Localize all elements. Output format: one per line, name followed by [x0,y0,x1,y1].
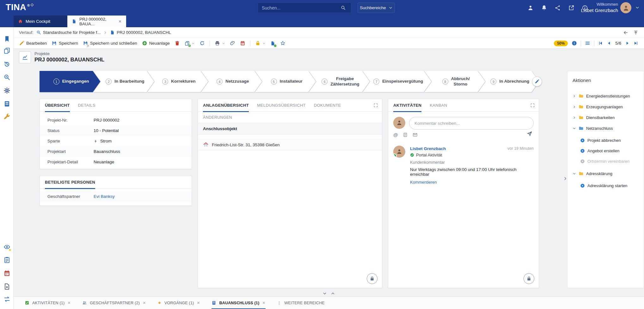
breadcrumb-item-record[interactable]: PRJ 0000002, BAUANSCHL [110,30,171,35]
record-info-button[interactable] [572,41,577,46]
copy-view-button[interactable] [3,47,11,55]
action-group-erzeugungsanlagen[interactable]: Erzeugungsanlagen [573,101,641,112]
user-avatar[interactable] [620,2,631,13]
search-input[interactable] [258,3,351,13]
tab-details[interactable]: DETAILS [78,99,95,112]
watchlist-button[interactable] [3,243,11,251]
bottom-tab-geschaeftspartner[interactable]: GESCHÄFTSPARTNER (2) [82,297,146,309]
panel-lock-badge[interactable] [524,273,534,284]
mention-button[interactable]: @ [393,132,398,137]
navigate-back-button[interactable] [623,30,628,35]
favorite-button[interactable] [280,41,285,46]
bottom-tab-weitere-bereiche[interactable]: WEITERE BEREICHE [277,297,325,309]
action-projekt-abbrechen[interactable]: Projekt abbrechen [580,135,621,146]
scroll-top-button[interactable] [633,30,638,35]
attachments-button[interactable] [230,41,235,46]
tab-uebersicht[interactable]: ÜBERSICHT [45,99,70,112]
bottom-tab-bauanschluss[interactable]: BAUANSCHLUSS (1) [212,297,266,309]
settings-button[interactable] [3,86,11,95]
stage-in-bearbeitung[interactable]: 2In Bearbeitung [93,71,154,92]
tab-anlagenuebersicht[interactable]: ANLAGENÜBERSICHT [203,99,249,112]
share-button[interactable] [555,5,561,11]
bookmarks-button[interactable] [3,35,11,43]
next-record-button[interactable] [625,41,630,46]
email-button[interactable] [413,132,418,137]
close-area-button[interactable] [67,301,71,305]
user-status-button[interactable] [527,5,534,11]
tab-meldungsuebersicht[interactable]: MELDUNGSÜBERSICHT [257,99,306,112]
history-button[interactable] [3,60,11,68]
stage-in-abrechnung[interactable]: 9In Abrechnung [478,71,539,92]
tab-dokumente[interactable]: DOKUMENTE [314,99,341,112]
stage-freigabe-zaehlersetzung[interactable]: 6Freigabe Zählersetzung [309,71,370,92]
last-record-button[interactable] [634,41,638,46]
first-record-button[interactable] [598,41,603,46]
stage-installateur[interactable]: 5Installateur [255,71,316,92]
action-angebot-erstellen[interactable]: Angebot erstellen [580,146,619,156]
search-icon[interactable] [340,5,346,10]
business-partner-link[interactable]: Evi Banksy [94,194,115,199]
send-comment-button[interactable] [527,131,532,136]
close-tab-button[interactable] [118,20,122,23]
close-area-button[interactable] [197,301,200,305]
breadcrumb-item-search[interactable]: Standardsuche für Projekte f... [36,30,101,35]
tools-button[interactable] [3,113,11,121]
action-group-energiedienstleistungen[interactable]: Energiedienstleistungen [573,91,641,101]
bottom-tab-aktivitaeten[interactable]: AKTIVITÄTEN (1) [25,297,71,309]
plant-card-tabs: ANLAGENÜBERSICHT MELDUNGSÜBERSICHT DOKUM… [198,99,382,112]
action-group-adressklaerung[interactable]: Adressklärung [573,168,641,179]
document-settings-button[interactable] [3,282,11,291]
connection-object-row[interactable]: Friedrich-List-Str. 31, 35398 Gießen [198,139,382,150]
bottom-tab-vorgaenge[interactable]: VORGÄNGE (1) [157,297,200,309]
comment-input[interactable] [409,117,534,129]
expand-panel-button[interactable] [373,103,378,108]
progress-badge[interactable]: 50% [554,41,568,46]
notes-button[interactable] [3,256,11,264]
copy-record-button[interactable] [185,41,195,46]
stage-eingegangen[interactable]: 1Eingegangen [40,71,100,92]
tab-aktivitaeten[interactable]: AKTIVITÄTEN [393,99,421,112]
activity-author-link[interactable]: Lisbet Grenzbach [410,146,446,151]
refresh-button[interactable] [199,41,205,46]
lock-record-button[interactable] [255,41,266,46]
save-button[interactable]: Speichern [52,41,78,46]
appointment-button[interactable] [240,41,245,46]
previous-record-button[interactable] [607,41,611,46]
action-group-dienstbarkeiten[interactable]: Dienstbarkeiten [573,112,641,123]
tab-aenderungen[interactable]: ÄNDERUNGEN [203,115,232,120]
stage-netzzusage[interactable]: 4Netzzusage [201,71,262,92]
print-button[interactable] [215,41,225,46]
edit-button[interactable]: Bearbeiten [19,41,47,46]
save-close-button[interactable]: Speichern und schließen [83,41,137,46]
catalog-button[interactable] [3,100,11,108]
edit-stages-button[interactable] [532,77,542,86]
stage-korrekturen[interactable]: 3Korrekturen [147,71,208,92]
collapse-down-button[interactable] [322,291,327,296]
open-external-button[interactable] [568,5,574,11]
tab-kanban[interactable]: KANBAN [430,99,447,112]
task-button[interactable] [403,132,408,137]
stage-einspeiseverguetung[interactable]: 7Einspeisevergütung [363,71,431,92]
delete-button[interactable] [175,41,180,46]
app-logo[interactable]: TINA® [6,3,33,12]
tab-record[interactable]: PRJ 0000002, BAUA... [67,16,126,27]
action-group-netzanschluss[interactable]: Netzanschluss [573,123,641,134]
comment-action-link[interactable]: Kommentieren [410,180,437,185]
user-menu-button[interactable] [635,5,640,10]
close-area-button[interactable] [262,301,266,305]
swap-button[interactable] [3,295,11,303]
expand-panel-button[interactable] [530,103,535,108]
panel-lock-badge[interactable] [367,273,377,284]
stage-abbruch-storno[interactable]: 8Abbruch/ Storno [424,71,485,92]
detail-search-button[interactable] [3,73,11,81]
document-flow-button[interactable] [270,41,275,46]
menu-button[interactable] [585,41,590,46]
tab-mein-cockpit[interactable]: Mein Cockpit [14,16,67,27]
search-scope-button[interactable]: Suchbereiche [358,3,395,13]
action-adressklaerung-starten[interactable]: Adressklärung starten [580,180,627,191]
collapse-up-button[interactable] [331,291,335,296]
new-record-button[interactable]: Neuanlage [142,41,170,46]
calendar-button[interactable] [3,269,11,277]
notifications-button[interactable] [541,5,547,11]
close-area-button[interactable] [143,301,146,305]
